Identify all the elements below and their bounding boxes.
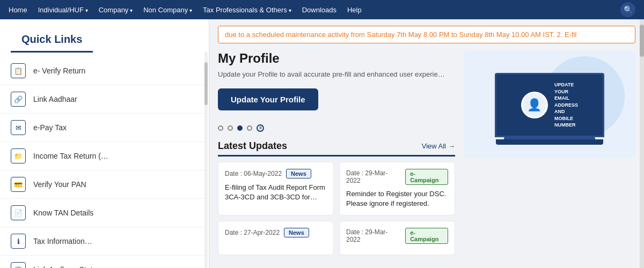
news-card-1: Date : 06-May-2022 News E-filing of Tax … (218, 162, 334, 215)
my-profile-section: My Profile Update your Profile to avail … (218, 51, 455, 118)
link-aadhaar-status-icon: 📋 (11, 262, 26, 268)
link-aadhaar-icon: 🔗 (11, 92, 26, 107)
sidebar-item-link-aadhaar-status[interactable]: 📋 Link Aadhaar Status (0, 256, 209, 268)
news-card-3-badge: News (284, 228, 309, 237)
screen-content: 👤 UPDATEYOUREMAILADDRESSANDMOBILENUMBER (521, 81, 578, 129)
sidebar-item-link-aadhaar[interactable]: 🔗 Link Aadhaar (0, 85, 209, 114)
screen-text: UPDATEYOUREMAILADDRESSANDMOBILENUMBER (554, 81, 578, 129)
carousel-dot-4[interactable] (247, 125, 252, 131)
news-grid: Date : 06-May-2022 News E-filing of Tax … (218, 162, 455, 255)
top-navigation: Home Individual/HUF Company Non Company … (0, 0, 644, 19)
sidebar-item-label: Income Tax Return (… (33, 152, 108, 160)
news-card-1-text: E-filing of Tax Audit Report Form 3CA-3C… (225, 183, 327, 202)
latest-updates-header: Latest Updates View All (218, 140, 455, 157)
sidebar-item-label: Tax Information… (33, 237, 92, 245)
sidebar-item-know-tan[interactable]: 📄 Know TAN Details (0, 199, 209, 227)
nav-help[interactable]: Help (347, 6, 362, 14)
sidebar: Quick Links 📋 e- Verify Return 🔗 Link Aa… (0, 19, 209, 268)
nav-home[interactable]: Home (9, 6, 27, 14)
laptop-base (496, 139, 603, 145)
news-card-1-date: Date : 06-May-2022 (225, 170, 282, 177)
news-card-3-header: Date : 27-Apr-2022 News (225, 228, 327, 237)
banner-text: due to a scheduled maintenance activity … (225, 31, 576, 39)
carousel-pause-button[interactable]: ⏸ (257, 124, 264, 132)
nav-individual[interactable]: Individual/HUF (38, 6, 88, 14)
news-card-3-date: Date : 27-Apr-2022 (225, 229, 280, 236)
e-pay-tax-icon: ✉ (11, 120, 26, 135)
news-card-1-header: Date : 06-May-2022 News (225, 169, 327, 178)
verify-pan-icon: 💳 (11, 177, 26, 192)
content-area: due to a scheduled maintenance activity … (209, 19, 644, 268)
page-scrollbar-track[interactable] (640, 19, 644, 268)
laptop-illustration: 👤 UPDATEYOUREMAILADDRESSANDMOBILENUMBER (485, 59, 614, 150)
news-card-2-text: Reminder to Register your DSC. Please ig… (346, 189, 448, 209)
news-card-2-header: Date : 29-Mar-2022 e-Campaign (346, 169, 448, 185)
sidebar-scrollbar-track[interactable] (204, 51, 208, 268)
maintenance-banner: due to a scheduled maintenance activity … (218, 26, 635, 43)
nav-search-button[interactable]: 🔍 (620, 2, 635, 17)
laptop-screen: 👤 UPDATEYOUREMAILADDRESSANDMOBILENUMBER (495, 73, 604, 137)
sidebar-item-e-pay-tax[interactable]: ✉ e-Pay Tax (0, 114, 209, 142)
nav-non-company[interactable]: Non Company (143, 6, 192, 14)
nav-tax-professionals[interactable]: Tax Professionals & Others (203, 6, 291, 14)
sidebar-item-label: Know TAN Details (33, 209, 93, 217)
sidebar-title: Quick Links (11, 24, 93, 53)
e-verify-icon: 📋 (11, 63, 26, 78)
carousel-dots: ⏸ (218, 124, 455, 132)
right-column: 👤 UPDATEYOUREMAILADDRESSANDMOBILENUMBER (464, 51, 635, 260)
sidebar-item-verify-pan[interactable]: 💳 Verify Your PAN (0, 170, 209, 199)
news-card-2: Date : 29-Mar-2022 e-Campaign Reminder t… (339, 162, 455, 215)
nav-company[interactable]: Company (99, 6, 133, 14)
sidebar-item-label: Verify Your PAN (33, 180, 86, 189)
income-tax-return-icon: 📁 (11, 148, 26, 163)
nav-downloads[interactable]: Downloads (302, 6, 336, 14)
sidebar-list: 📋 e- Verify Return 🔗 Link Aadhaar ✉ e-Pa… (0, 53, 209, 268)
know-tan-icon: 📄 (11, 205, 26, 220)
sidebar-item-label: Link Aadhaar (33, 95, 77, 103)
profile-description: Update your Profile to avail accurate pr… (218, 69, 455, 80)
screen-avatar: 👤 (521, 92, 548, 118)
news-card-3: Date : 27-Apr-2022 News (218, 221, 334, 255)
main-wrapper: Quick Links 📋 e- Verify Return 🔗 Link Aa… (0, 19, 644, 268)
tax-info-icon: ℹ (11, 234, 26, 249)
carousel-dot-3[interactable] (237, 125, 243, 131)
page-scrollbar-thumb[interactable] (640, 25, 644, 57)
sidebar-item-label: e-Pay Tax (33, 123, 67, 132)
left-column: My Profile Update your Profile to avail … (218, 51, 455, 260)
news-card-1-badge: News (286, 169, 311, 178)
news-card-4-date: Date : 29-Mar-2022 (346, 228, 401, 243)
news-card-4-header: Date : 29-Mar-2022 e-Campaign (346, 228, 448, 244)
content-columns: My Profile Update your Profile to avail … (209, 43, 644, 268)
sidebar-item-label: Link Aadhaar Status (33, 265, 100, 268)
news-card-2-date: Date : 29-Mar-2022 (346, 169, 401, 184)
sidebar-item-label: e- Verify Return (33, 66, 85, 75)
sidebar-item-tax-info[interactable]: ℹ Tax Information… (0, 227, 209, 256)
sidebar-item-income-tax-return[interactable]: 📁 Income Tax Return (… (0, 142, 209, 170)
news-card-2-badge: e-Campaign (405, 169, 448, 185)
update-profile-button[interactable]: Update Your Profile (218, 88, 318, 110)
news-card-4: Date : 29-Mar-2022 e-Campaign (339, 221, 455, 255)
sidebar-scrollbar-thumb[interactable] (204, 62, 208, 105)
news-card-4-badge: e-Campaign (405, 228, 448, 244)
carousel-dot-1[interactable] (218, 125, 223, 131)
sidebar-item-e-verify[interactable]: 📋 e- Verify Return (0, 57, 209, 85)
view-all-link[interactable]: View All (422, 142, 455, 150)
latest-updates-heading: Latest Updates (218, 140, 287, 152)
profile-heading: My Profile (218, 51, 455, 66)
carousel-dot-2[interactable] (228, 125, 233, 131)
profile-illustration-card: 👤 UPDATEYOUREMAILADDRESSANDMOBILENUMBER (464, 51, 635, 158)
